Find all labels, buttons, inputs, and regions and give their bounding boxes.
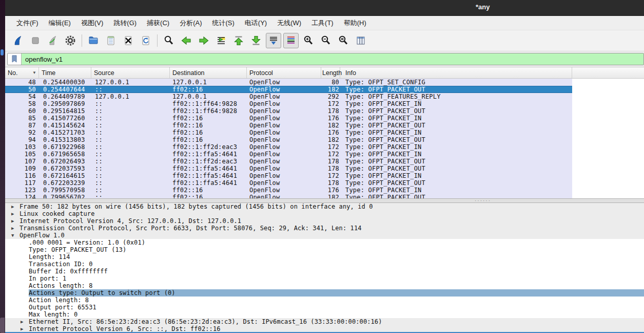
packet-row[interactable]: 92 0.415271703 :: ff02::16 OpenFlow 176 … [5,129,572,136]
detail-row[interactable]: Actions length: 8 [5,282,644,289]
packet-row[interactable]: 103 0.671922968 :: ff02::1:ff2d:eac3 Ope… [5,143,572,151]
menu-item[interactable]: 无线(W) [272,16,306,30]
detail-text: Frame 50: 182 bytes on wire (1456 bits),… [19,203,644,210]
colorize-icon[interactable] [283,33,299,48]
menu-item[interactable]: 分析(A) [174,16,207,30]
pane-splitter[interactable]: ······ [5,198,644,203]
auto-scroll-icon[interactable] [266,33,281,48]
column-header-source[interactable]: Source [91,67,170,78]
column-header-destination[interactable]: Destination [170,67,247,78]
stop-capture-icon[interactable] [28,33,43,48]
expand-arrow-icon[interactable] [21,318,29,325]
packet-row[interactable]: 105 0.671965658 :: ff02::1:ffa5:4641 Ope… [5,151,572,158]
menu-item[interactable]: 帮助(H) [339,16,372,30]
detail-row[interactable]: Linux cooked capture [5,210,644,217]
menu-item[interactable]: 编辑(E) [44,16,76,30]
detail-row[interactable]: Length: 114 [5,253,644,261]
detail-row[interactable]: Action length: 8 [5,297,644,304]
detail-row[interactable]: Frame 50: 182 bytes on wire (1456 bits),… [5,203,644,210]
packet-row[interactable]: 94 0.415313803 :: ff02::16 OpenFlow 182 … [5,136,572,143]
packet-info: Type: OFPT_PACKET_IN [340,172,572,179]
detail-row[interactable]: Max length: 0 [5,311,644,318]
packet-length: 176 [321,115,340,122]
zoom-in-icon[interactable] [301,33,316,48]
detail-row[interactable]: Ethernet II, Src: 86:5e:23:2d:ea:c3 (86:… [5,318,644,325]
packet-length: 178 [321,179,340,187]
expand-arrow-icon[interactable] [11,225,19,232]
packet-row[interactable]: 60 0.295164815 :: ff02::1:ff64:9828 Open… [5,107,572,115]
sort-indicator-icon: ▼ [32,70,36,75]
detail-row[interactable]: Output port: 65531 [5,304,644,311]
go-back-icon[interactable] [179,33,194,48]
go-to-packet-icon[interactable] [213,33,229,48]
packet-info: Type: OFPT_PACKET_OUT [340,86,572,93]
zoom-original-icon[interactable] [336,33,351,48]
packet-protocol: OpenFlow [247,179,321,187]
packet-row[interactable]: 54 0.264409789 127.0.0.1 127.0.0.1 OpenF… [5,93,572,100]
packet-protocol: OpenFlow [247,136,321,143]
menu-item[interactable]: 工具(T) [306,16,339,30]
resize-columns-icon[interactable] [353,33,368,48]
column-header-no[interactable]: No. ▼ [5,67,39,78]
zoom-out-icon[interactable] [318,33,334,48]
packet-protocol: OpenFlow [247,93,321,100]
menu-item[interactable]: 文件(F) [11,16,44,30]
packet-source: 127.0.0.1 [91,79,170,86]
toolbar-separator [82,34,82,47]
packet-info: Type: OFPT_SET_CONFIG [340,79,572,86]
close-file-icon[interactable] [121,33,136,48]
column-header-protocol[interactable]: Protocol [247,67,321,78]
packet-row[interactable]: 123 0.799570958 :: ff02::16 OpenFlow 176… [5,187,572,194]
menu-item[interactable]: 电话(Y) [240,16,272,30]
packet-row[interactable]: 87 0.415145624 :: ff02::16 OpenFlow 182 … [5,122,572,129]
detail-row[interactable]: Internet Protocol Version 6, Src: ::, Ds… [5,325,644,332]
packet-row[interactable]: 117 0.672203239 :: ff02::1:ffa5:4641 Ope… [5,179,572,187]
detail-row[interactable]: Internet Protocol Version 4, Src: 127.0.… [5,217,644,225]
menu-item[interactable]: 捕获(C) [142,16,174,30]
reload-file-icon[interactable] [138,33,153,48]
packet-info: Type: OFPT_PACKET_OUT [340,179,572,187]
packet-row[interactable]: 58 0.295097869 :: ff02::1:ff64:9828 Open… [5,100,572,107]
packet-row[interactable]: 50 0.254407644 :: ff02::16 OpenFlow 182 … [5,86,572,93]
go-first-packet-icon[interactable] [231,33,246,48]
capture-options-gear-icon[interactable] [63,33,78,48]
column-header-time[interactable]: Time [39,67,91,78]
save-file-icon[interactable] [103,33,119,48]
detail-row[interactable]: Buffer Id: 0xffffffff [5,268,644,275]
column-header-info[interactable]: Info [340,67,572,78]
expand-arrow-icon[interactable] [11,203,19,210]
display-filter-input[interactable]: openflow_v1 [7,53,644,65]
detail-row[interactable]: Transmission Control Protocol, Src Port:… [5,225,644,232]
packet-row[interactable]: 48 0.254400030 127.0.0.1 127.0.0.1 OpenF… [5,79,572,86]
start-capture-fin-icon[interactable] [10,33,26,48]
titlebar[interactable]: *any [5,0,644,16]
detail-row[interactable]: Actions type: Output to switch port (0) [5,289,644,297]
packet-row[interactable]: 85 0.415077260 :: ff02::16 OpenFlow 176 … [5,115,572,122]
detail-row[interactable]: OpenFlow 1.0 [5,232,644,239]
column-header-length[interactable]: Length [321,67,340,78]
restart-capture-icon[interactable] [45,33,61,48]
packet-row[interactable]: 109 0.672037593 :: ff02::1:ffa5:4641 Ope… [5,165,572,172]
packet-row[interactable]: 116 0.672164615 :: ff02::1:ffa5:4641 Ope… [5,172,572,179]
packet-no: 117 [5,179,39,187]
detail-row[interactable]: Transaction ID: 0 [5,261,644,268]
packet-no: 107 [5,158,39,165]
filter-bookmark-button[interactable] [8,53,22,65]
expand-arrow-icon[interactable] [11,217,19,225]
go-last-packet-icon[interactable] [248,33,264,48]
open-file-folder-icon[interactable] [86,33,101,48]
go-forward-icon[interactable] [196,33,211,48]
menubar: 文件(F) 编辑(E) 视图(V) 跳转(G) 捕获(C) 分析(A) 统计(S… [5,16,644,30]
menu-item[interactable]: 统计(S) [207,16,239,30]
menu-item[interactable]: 跳转(G) [108,16,142,30]
packet-row[interactable]: 107 0.672026493 :: ff02::1:ff2d:eac3 Ope… [5,158,572,165]
expand-arrow-icon[interactable] [11,210,19,217]
detail-row[interactable]: Type: OFPT_PACKET_OUT (13) [5,246,644,253]
packet-source: :: [91,100,170,107]
detail-row[interactable]: In port: 1 [5,275,644,282]
expand-arrow-icon[interactable] [21,325,29,332]
expand-arrow-icon[interactable] [11,232,19,239]
menu-item[interactable]: 视图(V) [76,16,108,30]
find-packet-icon[interactable] [161,33,177,48]
detail-row[interactable]: .000 0001 = Version: 1.0 (0x01) [5,239,644,246]
